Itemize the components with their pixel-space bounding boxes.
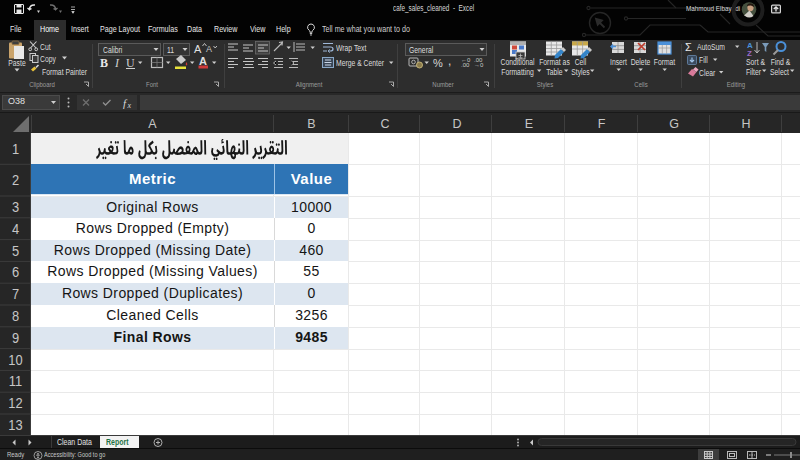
svg-text:→0: →0 [474, 62, 484, 68]
svg-text:x: x [127, 101, 132, 110]
svg-text:.00: .00 [461, 62, 470, 68]
svg-text:U: U [126, 56, 135, 70]
svg-text:%: % [433, 57, 443, 69]
svg-text:A: A [194, 43, 202, 55]
svg-text:A: A [206, 44, 212, 54]
svg-text:Σ: Σ [685, 41, 692, 53]
svg-text:A: A [199, 55, 207, 67]
svg-text:B: B [100, 56, 108, 70]
svg-text:I: I [114, 56, 120, 70]
svg-text:,: , [448, 54, 451, 68]
